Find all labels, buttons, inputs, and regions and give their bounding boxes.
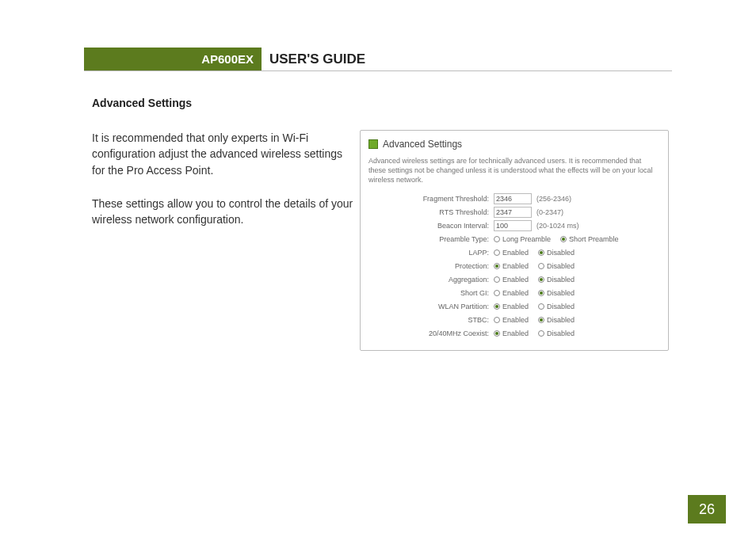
radio-wlanpart-enabled[interactable]: Enabled [494,303,529,310]
row-fragment-threshold: Fragment Threshold: (256-2346) [405,192,660,205]
body-paragraph-2: These settings allow you to control the … [92,196,353,228]
radio-label: Enabled [502,276,529,284]
radio-aggregation-enabled[interactable]: Enabled [494,276,529,284]
header-model: AP600EX [84,48,262,70]
label-2040-coexist: 20/40MHz Coexist: [405,329,494,337]
section-heading: Advanced Settings [92,97,672,109]
radio-stbc-disabled[interactable]: Disabled [538,316,575,324]
body-text: It is recommended that only experts in W… [92,130,353,351]
panel-title-text: Advanced Settings [383,139,462,150]
row-short-gi: Short GI: Enabled Disabled [405,287,660,299]
input-rts-threshold[interactable] [494,207,532,218]
advanced-settings-panel: Advanced Settings Advanced wireless sett… [360,130,669,351]
label-beacon-interval: Beacon Interval: [405,222,494,230]
row-preamble-type: Preamble Type: Long Preamble Short Pream… [405,233,660,246]
radio-protection-enabled[interactable]: Enabled [494,262,529,270]
input-beacon-interval[interactable] [494,220,532,231]
radio-stbc-enabled[interactable]: Enabled [494,316,529,324]
radio-shortgi-enabled[interactable]: Enabled [494,289,529,297]
radio-label: Disabled [547,303,575,310]
radio-label: Disabled [547,276,575,284]
label-preamble-type: Preamble Type: [405,235,494,243]
radio-lapp-enabled[interactable]: Enabled [494,249,529,257]
page-number: 26 [688,495,726,523]
radio-coexist-disabled[interactable]: Disabled [538,329,575,337]
radio-protection-disabled[interactable]: Disabled [538,262,575,270]
label-protection: Protection: [405,262,494,270]
row-2040-coexist: 20/40MHz Coexist: Enabled Disabled [405,327,660,340]
radio-label: Enabled [502,262,529,270]
radio-wlanpart-disabled[interactable]: Disabled [538,303,575,310]
radio-label: Disabled [547,249,575,257]
panel-description: Advanced wireless settings are for techn… [368,156,660,185]
header-bar: AP600EX USER'S GUIDE [84,48,672,71]
panel-title: Advanced Settings [368,139,660,150]
radio-label: Disabled [547,262,575,270]
hint-fragment-threshold: (256-2346) [536,195,571,203]
radio-label: Disabled [547,329,575,337]
label-wlan-partition: WLAN Partition: [405,303,494,310]
settings-list: Fragment Threshold: (256-2346) RTS Thres… [405,192,660,340]
hint-beacon-interval: (20-1024 ms) [536,222,579,230]
radio-label: Enabled [502,316,529,324]
row-beacon-interval: Beacon Interval: (20-1024 ms) [405,219,660,232]
radio-label: Enabled [502,329,529,337]
radio-label: Long Preamble [502,235,551,243]
label-stbc: STBC: [405,316,494,324]
row-protection: Protection: Enabled Disabled [405,260,660,272]
radio-lapp-disabled[interactable]: Disabled [538,249,575,257]
row-wlan-partition: WLAN Partition: Enabled Disabled [405,300,660,313]
body-paragraph-1: It is recommended that only experts in W… [92,130,353,178]
radio-label: Disabled [547,316,575,324]
radio-label: Disabled [547,289,575,297]
label-rts-threshold: RTS Threshold: [405,208,494,216]
radio-label: Short Preamble [569,235,619,243]
radio-aggregation-disabled[interactable]: Disabled [538,276,575,284]
hint-rts-threshold: (0-2347) [536,208,563,216]
row-aggregation: Aggregation: Enabled Disabled [405,273,660,286]
radio-shortgi-disabled[interactable]: Disabled [538,289,575,297]
document-page: AP600EX USER'S GUIDE Advanced Settings I… [84,48,672,351]
radio-label: Enabled [502,289,529,297]
radio-preamble-long[interactable]: Long Preamble [494,235,551,243]
panel-title-icon [368,139,378,149]
row-lapp: LAPP: Enabled Disabled [405,246,660,259]
radio-coexist-enabled[interactable]: Enabled [494,329,529,337]
radio-preamble-short[interactable]: Short Preamble [560,235,619,243]
label-aggregation: Aggregation: [405,276,494,284]
label-lapp: LAPP: [405,249,494,257]
radio-label: Enabled [502,249,529,257]
label-short-gi: Short GI: [405,289,494,297]
row-rts-threshold: RTS Threshold: (0-2347) [405,206,660,219]
label-fragment-threshold: Fragment Threshold: [405,195,494,203]
content-row: It is recommended that only experts in W… [84,130,672,351]
header-title: USER'S GUIDE [262,48,365,70]
radio-label: Enabled [502,303,529,310]
input-fragment-threshold[interactable] [494,193,532,204]
row-stbc: STBC: Enabled Disabled [405,314,660,326]
